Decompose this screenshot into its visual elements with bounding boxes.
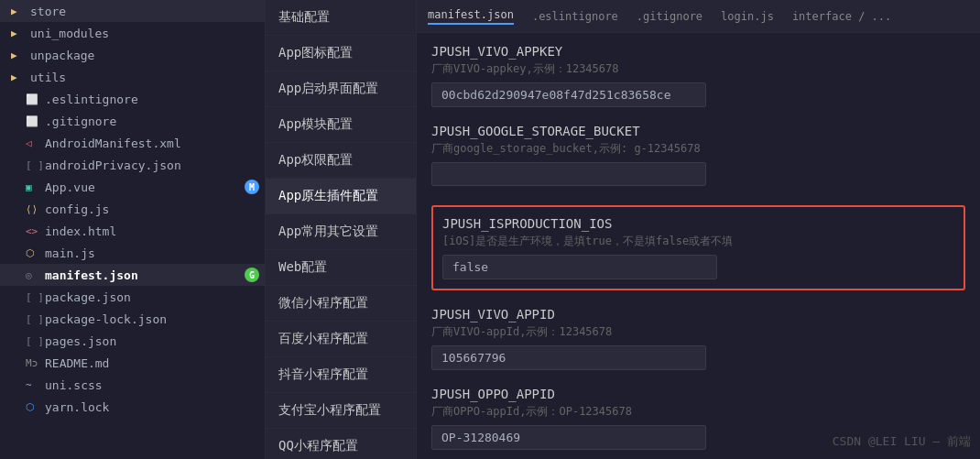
- sidebar-item-androidmanifest[interactable]: ◁ AndroidManifest.xml: [0, 132, 265, 154]
- sidebar-item-label: unpackage: [30, 49, 94, 62]
- nav-item-baidu[interactable]: 百度小程序配置: [266, 322, 416, 357]
- sidebar-item-eslintignore[interactable]: ⬜ .eslintignore: [0, 88, 265, 110]
- config-section: JPUSH_VIVO_APPKEY 厂商VIVO-appkey,示例：12345…: [417, 33, 980, 459]
- sidebar-item-label: .eslintignore: [45, 93, 138, 106]
- main-content: manifest.json .eslintignore .gitignore l…: [417, 0, 980, 459]
- sidebar-item-label: store: [30, 5, 66, 18]
- file-icon: ◎: [26, 269, 40, 281]
- sidebar-item-label: package.json: [45, 290, 131, 304]
- sidebar-item-label: pages.json: [45, 334, 116, 348]
- sidebar-item-label: config.js: [45, 202, 109, 216]
- config-item-jpush-isproduction-ios: JPUSH_ISPRODUCTION_IOS [iOS]是否是生产环境，是填tr…: [431, 205, 965, 290]
- chevron-right-icon: ▶: [11, 5, 26, 17]
- config-label: JPUSH_ISPRODUCTION_IOS: [442, 216, 954, 231]
- sidebar-item-uni-modules[interactable]: ▶ uni_modules: [0, 22, 265, 44]
- file-icon: Mↄ: [26, 357, 40, 369]
- config-desc: 厂商google_storage_bucket,示例: g-12345678: [431, 141, 965, 157]
- nav-item-app-permission[interactable]: App权限配置: [266, 143, 416, 179]
- tab-login-js[interactable]: login.js: [721, 10, 774, 23]
- sidebar-item-label: package-lock.json: [45, 312, 167, 326]
- sidebar-item-utils[interactable]: ▶ utils: [0, 66, 265, 88]
- sidebar-item-gitignore[interactable]: ⬜ .gitignore: [0, 110, 265, 132]
- badge-m: M: [245, 180, 259, 194]
- badge-g: G: [245, 268, 259, 282]
- tab-gitignore[interactable]: .gitignore: [637, 10, 702, 23]
- chevron-right-icon: ▶: [11, 49, 26, 61]
- sidebar-item-uniscss[interactable]: ~ uni.scss: [0, 374, 265, 396]
- config-label: JPUSH_GOOGLE_STORAGE_BUCKET: [431, 124, 965, 138]
- sidebar-item-label: README.md: [45, 356, 109, 370]
- nav-item-app-other[interactable]: App常用其它设置: [266, 214, 416, 250]
- file-icon: ⬜: [26, 93, 40, 105]
- config-desc: 厂商VIVO-appkey,示例：12345678: [431, 61, 965, 77]
- config-value[interactable]: OP-31280469: [431, 425, 706, 450]
- tab-manifest[interactable]: manifest.json: [428, 8, 514, 25]
- sidebar-item-label: androidPrivacy.json: [45, 158, 181, 172]
- file-icon: [ ]: [26, 291, 40, 303]
- tab-eslintignore[interactable]: .eslintignore: [532, 10, 618, 23]
- sidebar-item-label: index.html: [45, 224, 116, 238]
- config-value[interactable]: 105667796: [431, 345, 706, 370]
- top-bar: manifest.json .eslintignore .gitignore l…: [417, 0, 980, 33]
- nav-item-app-icon[interactable]: App图标配置: [266, 36, 416, 71]
- file-icon: ⬜: [26, 115, 40, 127]
- sidebar-item-store[interactable]: ▶ store: [0, 0, 265, 22]
- sidebar-item-unpackage[interactable]: ▶ unpackage: [0, 44, 265, 66]
- nav-item-app-native[interactable]: App原生插件配置: [266, 179, 416, 214]
- config-desc: 厂商OPPO-appId,示例：OP-12345678: [431, 404, 965, 420]
- nav-item-app-splash[interactable]: App启动界面配置: [266, 71, 416, 107]
- sidebar-item-yarnlock[interactable]: ⬡ yarn.lock: [0, 396, 265, 418]
- sidebar-item-configjs[interactable]: ⟨⟩ config.js: [0, 198, 265, 220]
- tab-interface[interactable]: interface / ...: [792, 10, 891, 23]
- sidebar-item-label: utils: [30, 71, 66, 84]
- config-label: JPUSH_VIVO_APPID: [431, 307, 965, 322]
- chevron-right-icon: ▶: [11, 71, 26, 83]
- sidebar-item-label: yarn.lock: [45, 400, 109, 414]
- file-icon: [ ]: [26, 313, 40, 325]
- nav-panel: 基础配置 App图标配置 App启动界面配置 App模块配置 App权限配置 A…: [266, 0, 417, 459]
- nav-item-alipay[interactable]: 支付宝小程序配置: [266, 393, 416, 429]
- sidebar: ▶ store ▶ uni_modules ▶ unpackage ▶ util…: [0, 0, 266, 459]
- file-icon: [ ]: [26, 159, 40, 171]
- sidebar-item-label: AndroidManifest.xml: [45, 137, 181, 150]
- config-item-jpush-vivo-appkey: JPUSH_VIVO_APPKEY 厂商VIVO-appkey,示例：12345…: [431, 44, 965, 107]
- sidebar-item-manifestjson[interactable]: ◎ manifest.json G: [0, 264, 265, 286]
- sidebar-item-label: uni_modules: [30, 27, 109, 40]
- sidebar-item-indexhtml[interactable]: <> index.html: [0, 220, 265, 242]
- config-item-jpush-vivo-appid: JPUSH_VIVO_APPID 厂商VIVO-appId,示例：1234567…: [431, 307, 965, 370]
- watermark: CSDN @LEI LIU — 前端: [833, 433, 971, 450]
- file-icon: <>: [26, 225, 40, 237]
- file-icon: ◁: [26, 137, 40, 149]
- file-icon: [ ]: [26, 335, 40, 347]
- nav-item-web[interactable]: Web配置: [266, 250, 416, 286]
- config-label: JPUSH_OPPO_APPID: [431, 387, 965, 401]
- sidebar-item-pagesjson[interactable]: [ ] pages.json: [0, 330, 265, 352]
- sidebar-item-label: manifest.json: [45, 268, 245, 282]
- nav-item-app-module[interactable]: App模块配置: [266, 107, 416, 143]
- file-icon: ⬡: [26, 401, 40, 413]
- sidebar-item-label: main.js: [45, 246, 95, 260]
- file-icon: ⟨⟩: [26, 203, 40, 215]
- config-value[interactable]: 00cbd62d290947e08f47d251c83658ce: [431, 82, 706, 107]
- sidebar-item-androidprivacy[interactable]: [ ] androidPrivacy.json: [0, 154, 265, 176]
- config-value[interactable]: [431, 162, 706, 186]
- config-value[interactable]: false: [442, 255, 717, 279]
- nav-item-qq-mini[interactable]: QQ小程序配置: [266, 429, 416, 459]
- config-item-jpush-google-storage-bucket: JPUSH_GOOGLE_STORAGE_BUCKET 厂商google_sto…: [431, 124, 965, 189]
- sidebar-item-label: App.vue: [45, 180, 245, 194]
- nav-item-basic[interactable]: 基础配置: [266, 0, 416, 36]
- sidebar-item-readmemd[interactable]: Mↄ README.md: [0, 352, 265, 374]
- sidebar-item-appvue[interactable]: ▣ App.vue M: [0, 176, 265, 198]
- nav-item-douyin[interactable]: 抖音小程序配置: [266, 357, 416, 393]
- file-icon: ~: [26, 379, 40, 391]
- config-desc: 厂商VIVO-appId,示例：12345678: [431, 324, 965, 340]
- sidebar-item-packagejson[interactable]: [ ] package.json: [0, 286, 265, 308]
- sidebar-item-mainjs[interactable]: ⬡ main.js: [0, 242, 265, 264]
- sidebar-item-packagelockjson[interactable]: [ ] package-lock.json: [0, 308, 265, 330]
- config-label: JPUSH_VIVO_APPKEY: [431, 44, 965, 59]
- config-desc: [iOS]是否是生产环境，是填true，不是填false或者不填: [442, 234, 954, 249]
- file-icon: ▣: [26, 181, 40, 193]
- nav-item-wechat[interactable]: 微信小程序配置: [266, 286, 416, 322]
- sidebar-item-label: .gitignore: [45, 115, 116, 128]
- sidebar-item-label: uni.scss: [45, 378, 103, 392]
